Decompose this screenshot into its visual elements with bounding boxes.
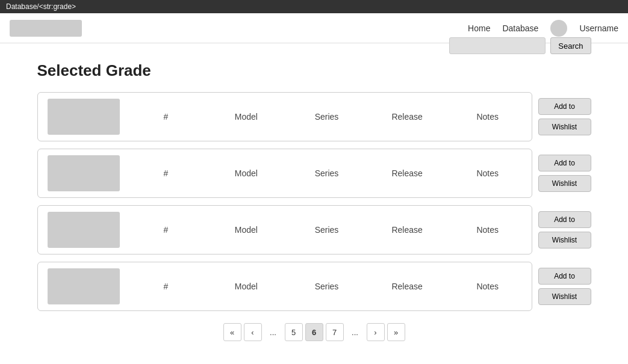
page-title: Selected Grade bbox=[37, 61, 591, 80]
pagination-ellipsis2: ... bbox=[346, 323, 364, 341]
item-row: # Model Series Release Notes Add to Coll… bbox=[37, 149, 591, 198]
item-card: # Model Series Release Notes bbox=[37, 149, 532, 198]
username-label: Username bbox=[579, 23, 618, 33]
item-row: # Model Series Release Notes Add to Coll… bbox=[37, 205, 591, 254]
item-series: Series bbox=[293, 225, 361, 235]
add-to-collection-button[interactable]: Add to Collection bbox=[538, 98, 591, 115]
item-model: Model bbox=[212, 112, 281, 122]
topbar-label: Database/<str:grade> bbox=[6, 2, 76, 11]
item-number: # bbox=[132, 225, 201, 235]
item-model: Model bbox=[212, 168, 281, 178]
item-notes: Notes bbox=[453, 168, 522, 178]
item-number: # bbox=[132, 282, 201, 291]
topbar: Database/<str:grade> bbox=[0, 0, 628, 13]
wishlist-button[interactable]: Wishlist bbox=[538, 119, 591, 135]
navbar-logo bbox=[10, 20, 82, 37]
pagination-p7[interactable]: 7 bbox=[326, 323, 344, 341]
pagination-p6[interactable]: 6 bbox=[305, 323, 323, 341]
item-actions: Add to Collection Wishlist bbox=[538, 268, 591, 305]
pagination: « ‹ ... 5 6 7 ... › » bbox=[37, 323, 591, 341]
item-model: Model bbox=[212, 225, 281, 235]
pagination-p5[interactable]: 5 bbox=[285, 323, 303, 341]
item-number: # bbox=[132, 112, 201, 122]
search-bar: Search bbox=[449, 37, 591, 54]
navbar-right: Home Database Username bbox=[468, 20, 618, 37]
pagination-prev[interactable]: ‹ bbox=[244, 323, 262, 341]
item-notes: Notes bbox=[453, 225, 522, 235]
item-actions: Add to Collection Wishlist bbox=[538, 155, 591, 192]
pagination-first[interactable]: « bbox=[223, 323, 241, 341]
item-actions: Add to Collection Wishlist bbox=[538, 211, 591, 248]
item-release: Release bbox=[373, 225, 441, 235]
pagination-last[interactable]: » bbox=[387, 323, 405, 341]
avatar bbox=[550, 20, 567, 37]
wishlist-button[interactable]: Wishlist bbox=[538, 232, 591, 248]
search-button[interactable]: Search bbox=[550, 37, 591, 54]
item-series: Series bbox=[293, 282, 361, 291]
search-input[interactable] bbox=[449, 37, 546, 54]
item-series: Series bbox=[293, 112, 361, 122]
item-card: # Model Series Release Notes bbox=[37, 262, 532, 311]
item-release: Release bbox=[373, 112, 441, 122]
item-model: Model bbox=[212, 282, 281, 291]
item-release: Release bbox=[373, 282, 441, 291]
wishlist-button[interactable]: Wishlist bbox=[538, 175, 591, 192]
item-thumbnail bbox=[48, 268, 120, 304]
main-content: Search Selected Grade # Model Series Rel… bbox=[25, 43, 603, 364]
add-to-collection-button[interactable]: Add to Collection bbox=[538, 155, 591, 171]
item-row: # Model Series Release Notes Add to Coll… bbox=[37, 92, 591, 141]
item-series: Series bbox=[293, 168, 361, 178]
item-notes: Notes bbox=[453, 282, 522, 291]
item-card: # Model Series Release Notes bbox=[37, 92, 532, 141]
wishlist-button[interactable]: Wishlist bbox=[538, 288, 591, 305]
item-thumbnail bbox=[48, 155, 120, 191]
home-link[interactable]: Home bbox=[468, 23, 490, 33]
pagination-next[interactable]: › bbox=[367, 323, 385, 341]
database-link[interactable]: Database bbox=[502, 23, 538, 33]
pagination-ellipsis1: ... bbox=[264, 323, 282, 341]
item-thumbnail bbox=[48, 99, 120, 135]
item-notes: Notes bbox=[453, 112, 522, 122]
add-to-collection-button[interactable]: Add to Collection bbox=[538, 268, 591, 285]
item-row: # Model Series Release Notes Add to Coll… bbox=[37, 262, 591, 311]
item-list: # Model Series Release Notes Add to Coll… bbox=[37, 92, 591, 311]
add-to-collection-button[interactable]: Add to Collection bbox=[538, 211, 591, 228]
item-release: Release bbox=[373, 168, 441, 178]
item-actions: Add to Collection Wishlist bbox=[538, 98, 591, 135]
item-thumbnail bbox=[48, 212, 120, 248]
item-card: # Model Series Release Notes bbox=[37, 205, 532, 254]
item-number: # bbox=[132, 168, 201, 178]
